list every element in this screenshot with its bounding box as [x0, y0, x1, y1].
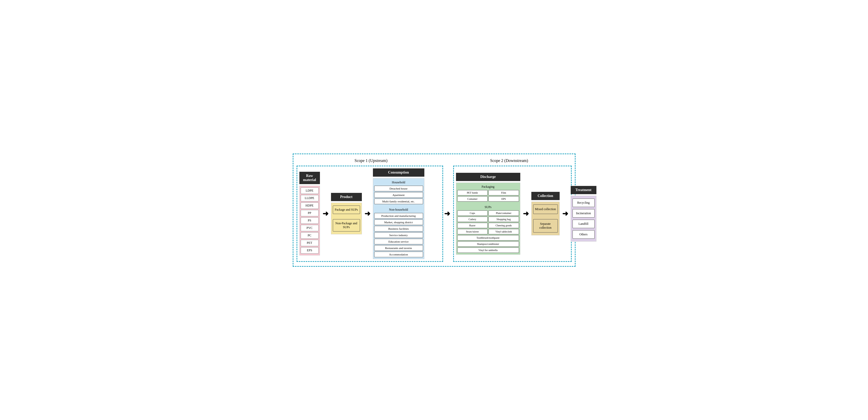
treatment-column: Treatment Recycling Incineration Landfil…: [571, 186, 596, 242]
collection-header: Collection: [531, 192, 560, 200]
scope2-section: Discharge Packaging PET bottle Film Cont…: [453, 166, 572, 262]
discharge-header: Discharge: [456, 173, 520, 181]
packaging-grid: PET bottle Film Container EPS: [457, 190, 519, 202]
treatment-others: Others: [572, 230, 595, 239]
consumption-content: Household Detached house Apartment Multi…: [373, 178, 424, 259]
arrow-product-to-consumption: ➜: [365, 209, 370, 218]
material-pvc: PVC: [301, 225, 319, 231]
consumption-column: Consumption Household Detached house Apa…: [373, 168, 424, 259]
discharge-cheering: Cheering goods: [488, 223, 519, 228]
discharge-cups: Cups: [457, 211, 488, 216]
discharge-container: Container: [457, 196, 488, 202]
material-eps: EPS: [301, 247, 319, 254]
collection-content: Mixed collection Separate collection: [531, 202, 560, 235]
discharge-shopping-bag: Shopping bag: [488, 217, 519, 222]
consumption-market: Market, shopping district: [374, 219, 423, 225]
treatment-content: Recycling Incineration Landfill Others: [571, 196, 596, 242]
arrow-scope1-to-scope2: ➜: [444, 209, 450, 218]
discharge-vinyl-tablecloth: Vinyl tablecloth: [488, 229, 519, 234]
discharge-content: Packaging PET bottle Film Container EPS …: [456, 183, 520, 255]
arrow-collection-to-treatment: ➜: [562, 209, 568, 218]
consumption-detached: Detached house: [374, 186, 423, 191]
nonhousehold-header: Non-household: [374, 207, 423, 212]
consumption-business: Business facilities: [374, 226, 423, 231]
discharge-column: Discharge Packaging PET bottle Film Cont…: [456, 173, 520, 255]
diagram-wrapper: Scope 1 (Upstream) Scope 2 (Downstream) …: [293, 153, 576, 267]
discharge-razor: Razor: [457, 223, 488, 228]
discharge-plate: Plate/container: [488, 211, 519, 216]
consumption-apartment: Apartment: [374, 192, 423, 198]
treatment-header: Treatment: [571, 186, 596, 194]
material-pet: PET: [301, 240, 319, 246]
material-ps: PS: [301, 217, 319, 224]
raw-material-content: LDPE LLDPE HDPE PP PS PVC PC PET EPS: [299, 186, 320, 255]
arrow-discharge-to-collection: ➜: [523, 209, 529, 218]
product-package-sups: Package and SUPs: [333, 205, 360, 214]
treatment-recycling: Recycling: [572, 199, 595, 207]
consumption-service: Service industry: [374, 232, 423, 238]
scope1-title: Scope 1 (Upstream): [297, 158, 446, 163]
discharge-film: Film: [488, 190, 519, 195]
sups-header: SUPs: [457, 205, 519, 209]
discharge-pet-bottle: PET bottle: [457, 190, 488, 195]
scope-headers: Scope 1 (Upstream) Scope 2 (Downstream): [297, 158, 572, 163]
product-header: Product: [331, 193, 362, 201]
raw-material-header: Raw material: [299, 172, 320, 184]
consumption-production: Production and manufacturing: [374, 213, 423, 219]
material-pc: PC: [301, 232, 319, 239]
material-hdpe: HDPE: [301, 202, 319, 209]
discharge-shampoo: Shampoo/conditioner: [457, 241, 519, 247]
consumption-multifamily: Multi-family residential, etc.: [374, 199, 423, 204]
main-content: Raw material LDPE LLDPE HDPE PP PS PVC P…: [297, 166, 572, 262]
consumption-accommodation: Accommodation: [374, 252, 423, 257]
discharge-toothbrush: Toothbrush/toothpaste: [457, 235, 519, 241]
packaging-header: Packaging: [457, 185, 519, 189]
raw-material-column: Raw material LDPE LLDPE HDPE PP PS PVC P…: [299, 172, 320, 255]
discharge-straw: Straw/stirrer: [457, 229, 488, 234]
consumption-restaurants: Restaurants and taverns: [374, 245, 423, 251]
arrow-raw-to-product: ➜: [322, 209, 329, 218]
scope2-title: Scope 2 (Downstream): [447, 158, 572, 163]
collection-mixed: Mixed collection: [533, 204, 558, 214]
material-pp: PP: [301, 210, 319, 216]
collection-column: Collection Mixed collection Separate col…: [531, 192, 560, 235]
discharge-cutlery: Cutlery: [457, 217, 488, 222]
treatment-incineration: Incineration: [572, 209, 595, 218]
discharge-eps: EPS: [488, 196, 519, 202]
product-nonpackage-sups: Non-Package and SUPs: [333, 219, 360, 231]
product-content: Package and SUPs Non-Package and SUPs: [331, 203, 362, 234]
consumption-education: Education service: [374, 239, 423, 244]
material-ldpe: LDPE: [301, 188, 319, 194]
household-header: Household: [374, 180, 423, 185]
product-column: Product Package and SUPs Non-Package and…: [331, 193, 362, 234]
treatment-landfill: Landfill: [572, 220, 595, 228]
sups-grid: Cups Plate/container Cutlery Shopping ba…: [457, 211, 519, 253]
scope1-section: Raw material LDPE LLDPE HDPE PP PS PVC P…: [297, 166, 443, 262]
collection-separate: Separate collection: [533, 219, 558, 232]
consumption-header: Consumption: [373, 168, 424, 177]
material-lldpe: LLDPE: [301, 195, 319, 201]
discharge-vinyl-umbrella: Vinyl for umbrella: [457, 248, 519, 253]
